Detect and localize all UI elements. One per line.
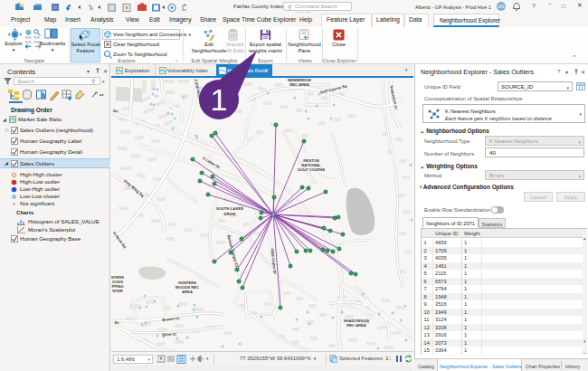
svg-text:Dv: Dv	[113, 109, 119, 113]
svg-text:Dr: Dr	[115, 320, 119, 325]
svg-text:⇱⇱: ⇱⇱	[25, 40, 33, 44]
svg-text:AREA: AREA	[182, 290, 193, 294]
svg-text:AN: AN	[498, 4, 505, 9]
svg-text:1: 1	[211, 82, 228, 117]
svg-text:NTER: NTER	[112, 289, 122, 293]
svg-text:REC AREA: REC AREA	[289, 82, 309, 87]
svg-text:GOLF COURSE: GOLF COURSE	[298, 167, 326, 172]
svg-text:REC AREA: REC AREA	[346, 323, 366, 328]
svg-text:SOUTH LAKES: SOUTH LAKES	[216, 206, 243, 211]
svg-text:Shire Ct: Shire Ct	[162, 332, 177, 338]
svg-text:DRIVE: DRIVE	[224, 212, 236, 216]
